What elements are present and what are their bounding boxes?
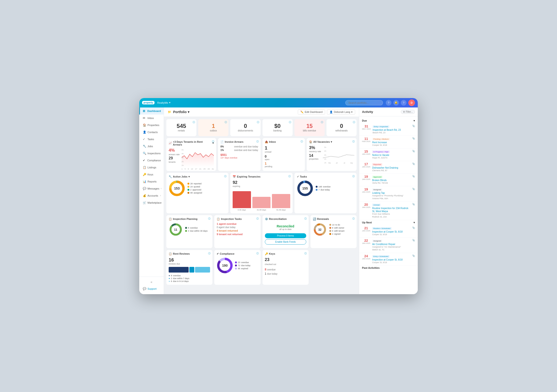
svg-text:190: 190: [222, 264, 228, 267]
sidebar-item-tasks[interactable]: ✓ Tasks: [139, 136, 164, 143]
arrears-info[interactable]: ⓘ: [212, 140, 214, 143]
invoice-amount: $551: [221, 153, 258, 157]
activity-item-3[interactable]: 17 JAN 2025 Reported Dishwasher Not Drai…: [359, 161, 418, 174]
stat-rentals[interactable]: ⓘ 545 rentals: [166, 119, 197, 136]
filter-icon: ⚙: [403, 111, 405, 113]
avatar[interactable]: D: [408, 99, 415, 106]
keys-stats: 23 checked out 8 overdue 1 due today: [265, 257, 306, 275]
activity-title: Activity: [362, 110, 399, 114]
activity-filter-button[interactable]: ⚙ Filter...: [401, 110, 415, 114]
svg-text:155: 155: [302, 187, 308, 190]
bills-overdue-label: bills overdue: [303, 129, 316, 132]
expiring-info[interactable]: ⓘ: [288, 175, 291, 178]
invoice-info[interactable]: ⓘ: [256, 140, 259, 143]
stat-banking[interactable]: ⓘ $0 banking: [262, 119, 293, 136]
inbox-pending: 1: [265, 162, 267, 165]
messages-icon: 💬: [143, 187, 146, 190]
stat-bills-overdue[interactable]: ⓘ 15 bills overdue: [295, 119, 325, 136]
jobs-donut: 153: [169, 180, 185, 196]
compliance-donut: 190: [217, 257, 233, 274]
tasks-donut: 155: [297, 180, 313, 196]
user-button[interactable]: 👤 Deborah Lang ▾: [327, 109, 355, 115]
activity-date-6: 20 JAN 2025: [362, 203, 370, 208]
inspection-tasks-info[interactable]: ⓘ: [256, 217, 259, 220]
past-section-header: Past Activities: [359, 265, 418, 270]
sidebar-item-reports[interactable]: 📊 Reports: [139, 178, 164, 185]
jobs-donut-container: 153 28 reported 24: [169, 180, 226, 196]
stat-disbursements[interactable]: ⓘ 0 disbursements: [230, 119, 260, 136]
keys-info[interactable]: ⓘ: [304, 252, 307, 255]
sidebar-item-support[interactable]: 💬 Support: [139, 285, 164, 292]
active-jobs-info[interactable]: ⓘ: [224, 175, 227, 178]
activity-date-up-2: 24 JAN 2025: [362, 254, 370, 260]
edit-dashboard-button[interactable]: ✏️ Edit Dashboard: [298, 109, 325, 115]
activity-body[interactable]: Due ▾ 31 DEC 2024 Entry • Inspected Insp…: [359, 116, 418, 294]
legend-with-owner: 8 with owner: [329, 227, 344, 229]
renewals-info[interactable]: ⓘ: [352, 217, 355, 220]
svg-text:153: 153: [174, 187, 180, 190]
sidebar-item-inspections[interactable]: 🔍 Inspections: [139, 150, 164, 157]
tasks-info[interactable]: ⓘ: [352, 175, 355, 178]
activity-item-5[interactable]: 19 JAN 2025 Assigned Leaking Tap Assigne…: [359, 186, 418, 202]
widget-reconciliation: ⚙️ Reconciliation ⓘ Reconciled all up to…: [262, 215, 309, 248]
sidebar-item-messages[interactable]: 💬 Messages ›: [139, 185, 164, 192]
activity-item-up-1[interactable]: 22 JAN 2025 Assigned Air Conditioner Rep…: [359, 237, 418, 253]
logo: property: [142, 101, 155, 104]
activity-item-0[interactable]: 31 DEC 2024 Entry • Inspected Inspection…: [359, 123, 418, 136]
content-header: 📁 Portfolio ▾ ✏️ Edit Dashboard 👤 Debora…: [164, 107, 359, 117]
sidebar-item-inbox[interactable]: ✉ Inbox: [139, 114, 164, 122]
activity-item-up-2[interactable]: 24 JAN 2025 Entry • Scheduled Inspection…: [359, 253, 418, 266]
inspection-tasks-title: 📋 Inspection Tasks: [217, 218, 258, 220]
notification-icon[interactable]: 🔔: [393, 100, 399, 106]
withdrawals-value: 0: [340, 123, 343, 129]
svg-text:5%: 5%: [182, 149, 184, 151]
activity-item-4[interactable]: 19 JAN 2025 Approved Broken Blinds Verla…: [359, 173, 418, 186]
sidebar-collapse[interactable]: «: [139, 279, 164, 285]
sidebar-item-properties[interactable]: 🏠 Properties: [139, 122, 164, 129]
widget-invoice-arrears: 📄 Invoice Arrears ⓘ 0% overdue and due t…: [218, 138, 260, 171]
invoice-row-1: 0% overdue and due today: [221, 145, 258, 148]
attachment-icon-2: 📎: [412, 150, 415, 152]
attachment-icon-0: 📎: [412, 125, 415, 127]
sidebar-item-keys[interactable]: 🔑 Keys: [139, 171, 164, 178]
rent-bar-container: [169, 267, 210, 273]
sidebar-item-accounts[interactable]: 💰 Accounts ›: [139, 192, 164, 199]
sidebar-item-dashboard[interactable]: ⊞ Dashboard: [139, 107, 164, 114]
compliance-info[interactable]: ⓘ: [256, 252, 259, 255]
reconciliation-info[interactable]: ⓘ: [304, 217, 307, 220]
stat-withdrawals[interactable]: ⓘ 0 withdrawals: [327, 119, 357, 136]
help-icon[interactable]: ?: [386, 100, 391, 106]
edit-icon: ✏️: [300, 111, 304, 114]
activity-item-1[interactable]: 11 FEB 2025 Pending • Medium Rent Increa…: [359, 136, 418, 148]
reconciled-status: Reconciled: [277, 224, 294, 228]
enable-bank-feeds-button[interactable]: Enable Bank Feeds: [265, 239, 306, 245]
settings-icon[interactable]: ?: [401, 100, 406, 106]
vacancy-content: 3% vacancy rate 14 properties 5% 4%: [309, 145, 354, 164]
activity-item-up-0[interactable]: 21 JAN 2025 Routine • Scheduled Inspecti…: [359, 225, 418, 238]
sidebar-item-listings[interactable]: 📋 Listings: [139, 164, 164, 171]
activity-panel: Activity ⚙ Filter... Due ▾ 31 DEC 2024: [359, 107, 418, 294]
vacancies-title: 🏠 All Vacancies ▾: [309, 140, 354, 143]
tasks-icon: ✓: [143, 138, 146, 141]
attachment-icon-4: 📎: [412, 175, 415, 178]
vacancies-info[interactable]: ⓘ: [352, 140, 355, 143]
search-input[interactable]: [345, 100, 383, 105]
widgets-row-4: 📋 Rent Reviews ⓘ 16 reviews due: [166, 250, 357, 285]
sidebar-item-marketplace[interactable]: 🛒 Marketplace: [139, 199, 164, 206]
content-area: 📁 Portfolio ▾ ✏️ Edit Dashboard 👤 Debora…: [164, 107, 359, 294]
bar-61-90: [272, 194, 290, 208]
rent-reviews-info[interactable]: ⓘ: [208, 252, 211, 255]
inspection-planning-info[interactable]: ⓘ: [208, 217, 211, 220]
inbox-info[interactable]: ⓘ: [301, 140, 303, 143]
sidebar-item-contacts[interactable]: 👤 Contacts: [139, 129, 164, 136]
activity-item-6[interactable]: 20 JAN 2025 Unread Routine Inspection fo…: [359, 202, 418, 220]
sidebar-item-compliance[interactable]: ✔ Compliance: [139, 157, 164, 164]
activity-date-4: 19 JAN 2025: [362, 175, 370, 180]
stat-outbox[interactable]: ⓘ 1 outbox: [198, 119, 228, 136]
sidebar-item-jobs[interactable]: 🔧 Jobs: [139, 143, 164, 150]
process-items-button[interactable]: Process 0 Items: [265, 233, 306, 238]
legend-compliance-overdue: 23 overdue: [235, 261, 251, 264]
nav-brand: RealtyMe ▾: [157, 101, 171, 104]
attachment-icon-1: 📎: [412, 137, 415, 140]
activity-item-2[interactable]: 15 JAN 2025 In Progress • High Notice to…: [359, 148, 418, 161]
